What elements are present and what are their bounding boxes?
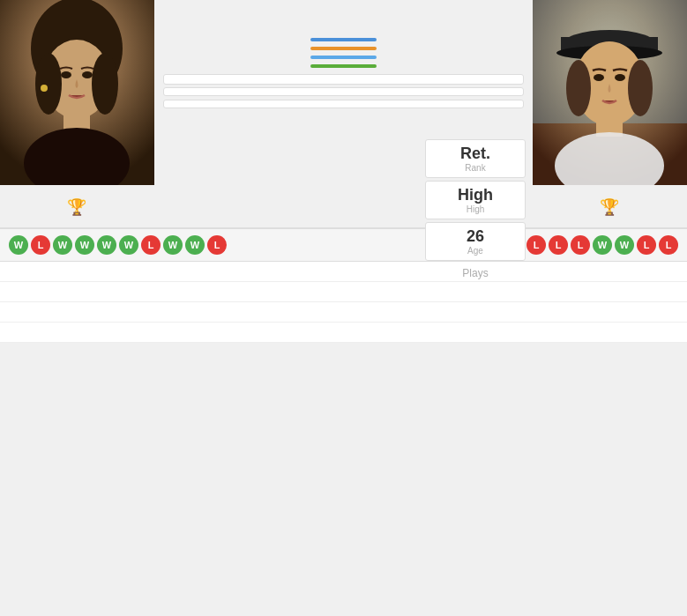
right-rank-box: Ret. Rank	[425, 139, 526, 178]
svg-point-19	[628, 60, 653, 116]
right-form-7: W	[593, 235, 612, 255]
player-names-row	[154, 0, 533, 28]
right-form-6: L	[571, 235, 590, 255]
surface-row-grass	[154, 62, 533, 71]
right-form-9: L	[637, 235, 656, 255]
high-box	[163, 87, 524, 96]
left-player-column: 🏆	[0, 0, 154, 227]
svg-point-20	[594, 74, 604, 81]
left-form-pills: W L W W W W L W W L	[9, 235, 309, 255]
right-trophy-icon: 🏆	[600, 197, 619, 217]
prize-money-row	[0, 302, 687, 323]
svg-point-6	[92, 53, 118, 115]
svg-point-8	[61, 71, 71, 78]
surface-rows	[154, 35, 533, 71]
left-form-3: W	[53, 235, 72, 255]
bottom-stats	[0, 262, 687, 343]
right-player-photo	[533, 0, 687, 185]
svg-point-5	[35, 53, 62, 115]
plays-label	[154, 112, 533, 122]
ytd-wl-row	[0, 282, 687, 302]
page: 🏆	[0, 0, 687, 343]
total-score-row	[154, 28, 533, 35]
left-player-photo	[0, 0, 154, 185]
right-form-8: W	[615, 235, 634, 255]
ytd-titles-row	[0, 323, 687, 343]
left-form-4: W	[75, 235, 94, 255]
left-trophy-icon: 🏆	[67, 197, 86, 217]
left-form-9: W	[185, 235, 205, 255]
left-form-1: W	[9, 235, 28, 255]
surface-row-hard	[154, 35, 533, 44]
surface-row-indoor	[154, 53, 533, 62]
player-comparison-section: 🏆	[0, 0, 687, 227]
right-age-box: 26 Age	[425, 222, 526, 261]
right-player-name-label	[533, 185, 687, 192]
surface-row-clay	[154, 44, 533, 53]
right-player-column: 🏆	[533, 0, 687, 227]
svg-point-7	[41, 85, 48, 92]
rank-box	[163, 74, 524, 85]
left-form-6: W	[119, 235, 138, 255]
right-plays-label: Plays	[418, 263, 533, 286]
age-box	[163, 100, 524, 108]
right-high-box: High High	[425, 181, 526, 219]
left-form-7: L	[141, 235, 161, 255]
svg-point-9	[82, 71, 93, 78]
career-total-row	[0, 262, 687, 282]
right-rank-panel: Ret. Rank High High 26 Age Plays	[418, 137, 533, 286]
right-form-5: L	[549, 235, 568, 255]
form-bar: W L W W W W L W W L W L L L L L W W L L	[0, 227, 687, 262]
left-player-stats: 🏆	[0, 192, 154, 227]
left-form-8: W	[163, 235, 183, 255]
right-form-10: L	[659, 235, 678, 255]
right-player-stats: 🏆	[533, 192, 687, 227]
left-form-10: L	[207, 235, 227, 255]
left-form-5: W	[97, 235, 116, 255]
svg-point-18	[566, 60, 591, 116]
svg-point-21	[615, 74, 625, 81]
left-form-2: L	[31, 235, 50, 255]
left-player-name-label	[0, 185, 154, 192]
